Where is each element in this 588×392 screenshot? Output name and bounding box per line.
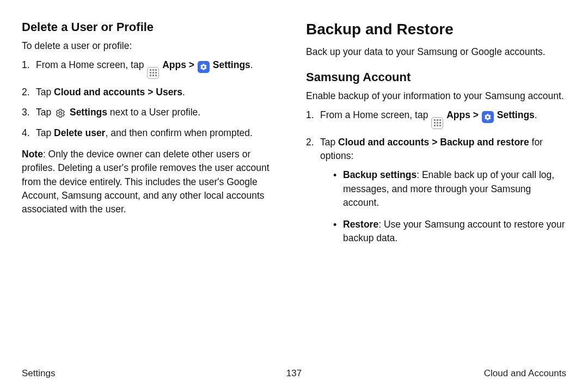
note-label: Note: [22, 149, 43, 160]
backup-restore-heading: Backup and Restore: [306, 19, 566, 41]
page-number: 137: [286, 368, 302, 379]
step-3: Tap Settings next to a User profile.: [22, 106, 282, 119]
step-4: Tap Delete user, and then confirm when p…: [22, 126, 282, 140]
period: .: [250, 59, 253, 70]
note-paragraph: Note: Only the device owner can delete o…: [22, 148, 282, 217]
note-body: : Only the device owner can delete other…: [22, 149, 270, 215]
gear-icon: [482, 111, 494, 123]
backup-options-list: Backup settings: Enable back up of your …: [320, 168, 566, 245]
sa-step-2: Tap Cloud and accounts > Backup and rest…: [306, 136, 566, 246]
chevron-right-icon: >: [473, 109, 479, 120]
apps-label: Apps: [446, 109, 473, 120]
step2-text-a: Tap: [36, 87, 54, 97]
step4-bold: Delete user: [54, 127, 105, 138]
bullet2-label: Restore: [343, 219, 378, 230]
samsung-account-heading: Samsung Account: [306, 69, 566, 86]
step1-text-a: From a Home screen, tap: [36, 59, 146, 70]
bullet-backup-settings: Backup settings: Enable back up of your …: [333, 168, 566, 210]
apps-icon: [431, 117, 443, 129]
left-column: Delete a User or Profile To delete a use…: [22, 19, 282, 345]
step4-text-c: , and then confirm when prompted.: [105, 127, 252, 138]
step3-bold: Settings: [70, 107, 107, 118]
delete-user-steps: From a Home screen, tap Apps > Settings.…: [22, 58, 282, 140]
delete-user-heading: Delete a User or Profile: [22, 19, 282, 36]
sa-step1-text-a: From a Home screen, tap: [320, 109, 431, 120]
right-column: Backup and Restore Back up your data to …: [306, 19, 566, 345]
period: .: [182, 87, 185, 97]
settings-label: Settings: [213, 59, 250, 70]
bullet1-label: Backup settings: [343, 169, 416, 180]
sa-step2-text-a: Tap: [320, 137, 338, 148]
footer-left: Settings: [22, 368, 55, 379]
step-1: From a Home screen, tap Apps > Settings.: [22, 58, 282, 79]
step2-bold: Cloud and accounts > Users: [54, 87, 182, 97]
backup-restore-intro: Back up your data to your Samsung or Goo…: [306, 45, 566, 59]
gear-icon: [198, 61, 210, 73]
chevron-right-icon: >: [189, 59, 194, 70]
apps-icon: [147, 67, 159, 79]
apps-label: Apps: [162, 59, 189, 70]
settings-label: Settings: [497, 109, 535, 120]
sa-step-1: From a Home screen, tap Apps > Settings.: [306, 108, 566, 129]
samsung-account-intro: Enable backup of your information to you…: [306, 89, 566, 103]
page-footer: Settings 137 Cloud and Accounts: [22, 368, 566, 379]
step3-text-a: Tap: [36, 107, 54, 118]
two-column-layout: Delete a User or Profile To delete a use…: [22, 19, 566, 345]
step-2: Tap Cloud and accounts > Users.: [22, 85, 282, 99]
samsung-account-steps: From a Home screen, tap Apps > Settings.…: [306, 108, 566, 245]
manual-page: Delete a User or Profile To delete a use…: [0, 0, 588, 392]
period: .: [535, 109, 537, 120]
delete-user-intro: To delete a user or profile:: [22, 39, 282, 53]
bullet-restore: Restore: Use your Samsung account to res…: [333, 218, 566, 246]
step4-text-a: Tap: [36, 127, 54, 138]
sa-step2-bold: Cloud and accounts > Backup and restore: [338, 137, 529, 148]
footer-right: Cloud and Accounts: [484, 368, 566, 379]
gear-outline-icon: [54, 107, 66, 119]
step3-text-c: next to a User profile.: [107, 107, 200, 118]
